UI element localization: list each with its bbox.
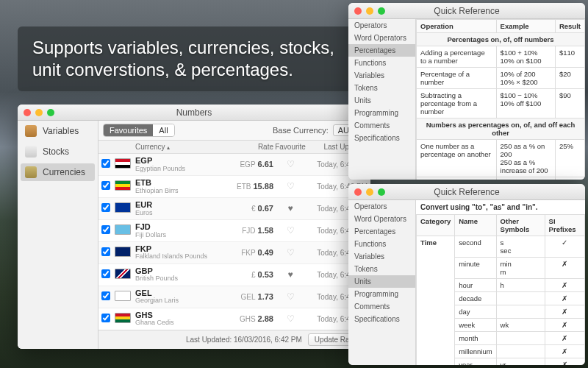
favourite-icon[interactable]: ♥ <box>273 269 307 280</box>
filter-segmented[interactable]: Favourites All <box>103 124 175 137</box>
currency-name: British Pounds <box>135 275 228 282</box>
rate-value: 6.61 <box>258 160 273 169</box>
col-header: Operation <box>417 20 497 33</box>
seg-all[interactable]: All <box>153 124 173 136</box>
col-header: Result <box>555 20 584 33</box>
row-checkbox[interactable] <box>101 225 110 234</box>
row-checkbox[interactable] <box>101 181 110 190</box>
table-row: Percentage of a number10% of 200 10% × $… <box>417 68 585 89</box>
flag-icon <box>115 313 131 323</box>
sidebar-item-variables[interactable]: Variables <box>18 121 98 141</box>
qr-side-item[interactable]: Word Operators <box>348 213 415 225</box>
currency-name: Falkland Islands Pounds <box>135 253 228 260</box>
currency-code: FJD <box>135 223 228 232</box>
row-checkbox[interactable] <box>101 269 110 278</box>
col-rate[interactable]: Rate <box>228 143 273 151</box>
favourite-icon[interactable]: ♡ <box>273 291 307 302</box>
qr-side-item[interactable]: Variables <box>348 250 415 263</box>
table-row: Timeseconds sec✓ <box>417 236 585 258</box>
flag-icon <box>115 269 131 279</box>
table-row[interactable]: GBPBritish Pounds£0.53♥Today, 6:42 PM <box>98 264 370 286</box>
row-checkbox[interactable] <box>101 203 110 212</box>
favourite-icon[interactable]: ♡ <box>273 225 307 236</box>
units-table: CategoryNameOther SymbolsSI PrefixesTime… <box>416 214 585 365</box>
rate-value: 0.67 <box>258 204 273 213</box>
seg-favourites[interactable]: Favourites <box>104 124 153 136</box>
favourite-icon[interactable]: ♡ <box>273 159 307 169</box>
row-checkbox[interactable] <box>101 159 110 168</box>
qr-side-item[interactable]: Programming <box>348 288 415 300</box>
sidebar-item-currencies[interactable]: Currencies <box>21 163 95 181</box>
sidebar-item-label: Currencies <box>43 167 85 177</box>
table-row: Adding a percentage to a number$100 + 10… <box>417 46 585 68</box>
qr-side-item[interactable]: Comments <box>348 119 415 132</box>
qr-side-item[interactable]: Specifications <box>348 313 415 325</box>
table-row[interactable]: EGPEgyptian PoundsEGP6.61♡Today, 6:42 PM <box>98 154 370 176</box>
qr-side-item[interactable]: Percentages <box>348 225 415 238</box>
table-row[interactable]: EUREuros€0.67♥Today, 6:42 PM <box>98 198 370 220</box>
col-favourite[interactable]: Favourite <box>273 143 307 151</box>
last-updated-label: Last Updated: 16/03/2016, 6:42 PM <box>186 336 302 344</box>
table-row[interactable]: FKPFalkland Islands PoundsFKP0.49♡Today,… <box>98 242 370 264</box>
currency-name: Ghana Cedis <box>135 319 228 326</box>
qr-side-item[interactable]: Word Operators <box>348 32 415 44</box>
section-header: Numbers as percentages on, of, and off e… <box>417 118 585 140</box>
rate-value: 1.58 <box>258 226 273 235</box>
window-title: Numbers <box>18 107 370 118</box>
rate-value: 2.88 <box>258 314 273 323</box>
qr-side-item[interactable]: Comments <box>348 300 415 313</box>
row-checkbox[interactable] <box>101 314 110 322</box>
row-checkbox[interactable] <box>101 291 110 300</box>
favourite-icon[interactable]: ♡ <box>273 314 307 324</box>
quick-reference-units: Quick Reference OperatorsWord OperatorsP… <box>348 184 585 365</box>
quick-reference-percentages: Quick Reference OperatorsWord OperatorsP… <box>348 3 585 180</box>
section-header: Percentages on, of, off numbers <box>417 33 585 46</box>
col-header: Category <box>417 215 455 236</box>
qr-side-item[interactable]: Units <box>348 94 415 107</box>
qr-side-item[interactable]: Percentages <box>348 44 415 57</box>
currency-name: Euros <box>135 210 228 216</box>
table-row[interactable]: GELGeorgian LarisGEL1.73♡Today, 6:42 PM <box>98 286 370 308</box>
qr-sidebar: OperatorsWord OperatorsPercentagesFuncti… <box>348 200 416 365</box>
qr-side-item[interactable]: Specifications <box>348 132 415 144</box>
qr-side-item[interactable]: Functions <box>348 238 415 250</box>
table-row: One number as a percentage of another30 … <box>417 177 585 180</box>
qr-side-item[interactable]: Units <box>348 275 415 288</box>
favourite-icon[interactable]: ♥ <box>273 203 307 213</box>
flag-icon <box>115 202 131 213</box>
rate-value: 15.88 <box>253 182 273 191</box>
qr-side-item[interactable]: Operators <box>348 200 415 213</box>
sidebar-item-label: Variables <box>43 126 79 136</box>
rate-value: 0.49 <box>258 248 273 257</box>
stk-icon <box>25 146 37 158</box>
qr-side-item[interactable]: Programming <box>348 107 415 119</box>
col-header: SI Prefixes <box>545 215 584 236</box>
table-row[interactable]: GHSGhana CedisGHS2.88♡Today, 6:42 PM <box>98 308 370 330</box>
favourite-icon[interactable]: ♡ <box>273 247 307 258</box>
rate-value: 1.73 <box>258 292 273 301</box>
qr-sidebar: OperatorsWord OperatorsPercentagesFuncti… <box>348 19 416 180</box>
window-title: Quick Reference <box>348 6 585 16</box>
qr-side-item[interactable]: Tokens <box>348 82 415 94</box>
percentages-table: OperationExampleResultPercentages on, of… <box>416 19 585 180</box>
qr-side-item[interactable]: Operators <box>348 19 415 32</box>
convert-note: Convert using "to", "as" and "in". <box>416 200 585 214</box>
flag-icon <box>115 247 131 257</box>
qr-side-item[interactable]: Functions <box>348 57 415 69</box>
sidebar-item-stocks[interactable]: Stocks <box>18 141 98 162</box>
col-header: Name <box>455 215 496 236</box>
qr-side-item[interactable]: Variables <box>348 69 415 82</box>
currency-code: EUR <box>135 201 228 210</box>
currency-code: ETB <box>135 179 228 188</box>
table-row[interactable]: FJDFiji DollarsFJD1.58♡Today, 6:42 PM <box>98 220 370 242</box>
favourite-icon[interactable]: ♡ <box>273 181 307 191</box>
table-row[interactable]: ETBEthiopian BirrsETB15.88♡Today, 6:42 P… <box>98 176 370 198</box>
table-row: One number as a percentage on another250… <box>417 140 585 177</box>
numbers-window: Numbers VariablesStocksCurrencies Favour… <box>18 105 370 349</box>
flag-icon <box>115 224 131 235</box>
qr-side-item[interactable]: Tokens <box>348 263 415 275</box>
col-currency[interactable]: Currency <box>135 143 228 151</box>
currency-name: Egyptian Pounds <box>135 166 228 172</box>
overlay-caption: Supports variables, currencies, stocks, … <box>18 26 363 91</box>
row-checkbox[interactable] <box>101 247 110 256</box>
